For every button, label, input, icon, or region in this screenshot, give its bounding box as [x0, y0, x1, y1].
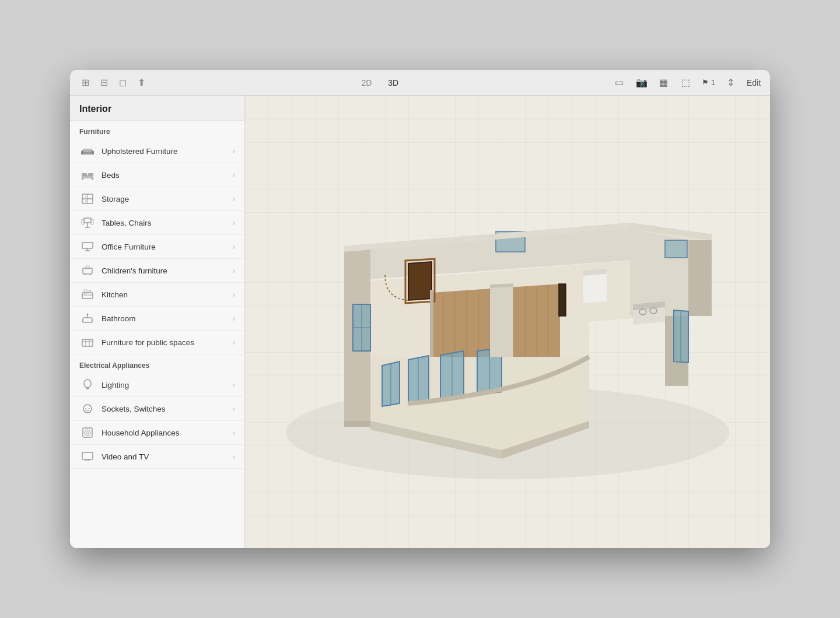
sidebar-item-kitchen[interactable]: Kitchen › [70, 283, 244, 307]
2d-button[interactable]: 2D [358, 77, 375, 89]
chevron-icon: › [232, 380, 235, 389]
svg-rect-1 [83, 149, 92, 152]
panels-icon[interactable]: ⊟ [98, 77, 110, 89]
storage-icon [79, 192, 96, 205]
sidebar-item-beds[interactable]: Beds › [70, 163, 244, 187]
chevron-icon: › [232, 170, 235, 180]
app-window: ⊞ ⊟ ◻ ⬆ 2D 3D ▭ 📷 ▦ ⬚ ⚑ 1 ⇕ Edit Interio… [70, 70, 770, 548]
sidebar-item-label: Children's furniture [102, 266, 232, 275]
grid-icon[interactable]: ⊞ [79, 77, 91, 89]
floor-plan [245, 96, 770, 548]
sidebar-item-bathroom[interactable]: Bathroom › [70, 307, 244, 331]
chevron-icon: › [232, 194, 235, 203]
svg-point-12 [85, 196, 86, 197]
chevron-icon: › [232, 314, 235, 323]
sidebar-item-office-furniture[interactable]: Office Furniture › [70, 235, 244, 259]
floor-icon: ⚑ [702, 78, 709, 87]
svg-rect-5 [82, 173, 87, 176]
office-furniture-icon [79, 240, 96, 253]
section-title-furniture: Furniture [70, 121, 244, 139]
sidebar-item-video-tv[interactable]: Video and TV › [70, 445, 244, 469]
chevron-icon: › [232, 266, 235, 275]
tables-chairs-icon [79, 216, 96, 229]
section-title-electrical: Electrical Appliances [70, 354, 244, 373]
svg-marker-77 [688, 240, 712, 316]
svg-rect-30 [83, 318, 92, 322]
svg-rect-14 [84, 218, 91, 223]
camera-icon[interactable]: 📷 [635, 76, 648, 89]
stepper-icon[interactable]: ⇕ [724, 76, 737, 89]
sidebar-item-label: Storage [102, 195, 232, 203]
grid-view-icon[interactable]: ▦ [657, 76, 670, 89]
kitchen-icon [79, 288, 96, 301]
main-content: Interior Furniture Upholstered Furniture… [70, 96, 770, 548]
upload-icon[interactable]: ⬆ [135, 77, 147, 89]
lighting-icon [79, 378, 96, 391]
titlebar-right-controls: ▭ 📷 ▦ ⬚ ⚑ 1 ⇕ Edit [613, 76, 761, 89]
svg-rect-19 [82, 243, 93, 248]
chevron-icon: › [232, 338, 235, 347]
3d-viewport[interactable] [245, 96, 770, 548]
sidebar-item-public-spaces[interactable]: Furniture for public spaces › [70, 331, 244, 354]
svg-rect-46 [83, 428, 92, 437]
svg-point-32 [87, 314, 89, 315]
svg-point-48 [86, 431, 89, 434]
sidebar-item-sockets-switches[interactable]: Sockets, Switches › [70, 397, 244, 421]
sidebar-item-lighting[interactable]: Lighting › [70, 373, 244, 397]
3d-button[interactable]: 3D [384, 77, 402, 89]
sidebar-item-label: Sockets, Switches [102, 405, 232, 413]
sidebar-item-childrens-furniture[interactable]: Children's furniture › [70, 259, 244, 283]
svg-rect-2 [81, 151, 83, 154]
sidebar-item-label: Household Appliances [102, 429, 232, 437]
view-toggle: 2D 3D [358, 77, 402, 89]
svg-point-13 [85, 201, 86, 202]
edit-button[interactable]: Edit [747, 78, 761, 87]
svg-point-44 [85, 408, 86, 409]
svg-marker-72 [344, 421, 370, 427]
svg-rect-105 [559, 284, 566, 316]
chevron-icon: › [232, 428, 235, 437]
sidebar-item-household-appliances[interactable]: Household Appliances › [70, 421, 244, 445]
chevron-icon: › [232, 218, 235, 227]
sidebar-item-label: Tables, Chairs [102, 219, 232, 227]
sidebar: Interior Furniture Upholstered Furniture… [70, 96, 245, 548]
layout-icon[interactable]: ◻ [117, 77, 128, 89]
household-appliances-icon [79, 426, 96, 439]
sidebar-item-upholstered-furniture[interactable]: Upholstered Furniture › [70, 139, 244, 163]
sidebar-item-tables-chairs[interactable]: Tables, Chairs › [70, 211, 244, 235]
chevron-icon: › [232, 404, 235, 413]
sidebar-item-storage[interactable]: Storage › [70, 187, 244, 211]
svg-rect-8 [92, 178, 93, 180]
upholstered-furniture-icon [79, 145, 96, 157]
svg-point-47 [85, 430, 90, 436]
screen-icon[interactable]: ▭ [613, 76, 626, 89]
video-tv-icon [79, 450, 96, 463]
svg-rect-6 [88, 173, 93, 176]
svg-rect-26 [82, 293, 93, 299]
svg-rect-3 [92, 151, 94, 154]
svg-point-43 [83, 405, 92, 413]
sidebar-item-label: Beds [102, 171, 232, 180]
svg-point-39 [84, 380, 91, 388]
svg-rect-35 [82, 339, 93, 346]
sidebar-item-label: Furniture for public spaces [102, 338, 232, 347]
sidebar-item-label: Upholstered Furniture [102, 147, 232, 156]
titlebar-tool-icons: ⊞ ⊟ ◻ ⬆ [79, 77, 147, 89]
childrens-furniture-icon [79, 264, 96, 277]
sidebar-item-label: Lighting [102, 381, 232, 389]
public-spaces-icon [79, 336, 96, 349]
svg-rect-100 [665, 240, 687, 258]
sidebar-item-label: Video and TV [102, 452, 232, 461]
layers-icon[interactable]: ⬚ [680, 76, 692, 89]
sidebar-header: Interior [70, 96, 244, 121]
floor-badge[interactable]: ⚑ 1 [702, 78, 715, 87]
beds-icon [79, 168, 96, 181]
svg-marker-107 [490, 285, 513, 357]
sidebar-item-label: Bathroom [102, 314, 232, 323]
sidebar-item-label: Office Furniture [102, 243, 232, 251]
svg-marker-102 [408, 262, 432, 300]
sockets-icon [79, 402, 96, 415]
sidebar-item-label: Kitchen [102, 290, 232, 299]
floor-number: 1 [711, 78, 715, 87]
chevron-icon: › [232, 146, 235, 156]
